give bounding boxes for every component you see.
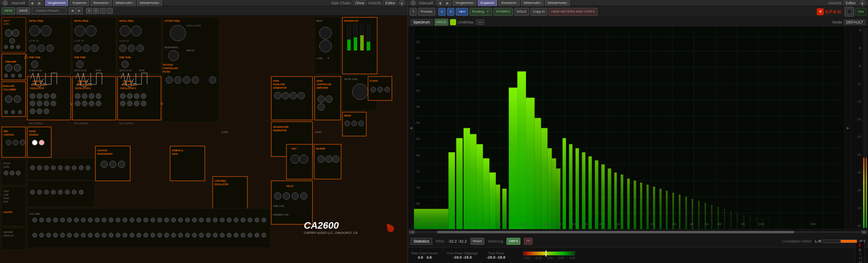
level-meter-r [865,28,868,228]
copy-btn-left[interactable]: Kopieren [70,0,89,7]
svg-text:400: 400 [558,222,564,226]
settings-icon[interactable]: ⚙ [93,8,99,14]
preset-next-btn[interactable]: ▶ [76,7,83,14]
svg-text:-36: -36 [415,73,420,77]
level-meters [862,27,868,229]
svg-point-97 [127,101,132,106]
span-nav-forward[interactable]: ▶ [444,0,451,6]
span-b-btn[interactable]: B [447,8,454,16]
hold-btn[interactable]: HOLD [434,19,448,26]
tp-btn[interactable]: TP [524,238,533,245]
true-peak-clip-group: True Peak Clippings -19.0 -19.0 [447,251,478,260]
svg-text:CA2600: CA2600 [304,220,339,231]
svg-text:-72: -72 [415,170,420,173]
undo-btn-left[interactable]: Widerrufen [113,0,135,7]
view-value-left[interactable]: Editor [383,0,397,6]
scroll-track[interactable] [415,231,861,233]
span-copy-btn[interactable]: Kopieren [478,0,497,7]
scroll-left-arrow[interactable]: ◀ [409,230,415,234]
svg-rect-362 [541,128,548,230]
svg-point-139 [282,92,289,99]
span-help-btn[interactable]: ? [410,8,417,16]
nav-back-btn[interactable]: ◀ [29,0,36,6]
preset-selector[interactable]: <Select Preset> [32,7,66,14]
svg-point-262 [144,218,148,222]
span-redo-btn[interactable]: Wiederholen [545,0,570,7]
statistics-tab[interactable]: Statistics [411,238,432,245]
sidechain-value[interactable]: Ohne [353,0,366,6]
svg-point-300 [171,233,176,237]
svg-text:60: 60 [472,222,476,226]
scroll-right-arrow[interactable]: ▶ [861,230,867,234]
spectrum-tab[interactable]: Spectrum [411,19,433,25]
span-copy-to-btn[interactable]: Copy to [530,8,548,16]
span-undo-btn[interactable]: Widerrufen [521,0,543,7]
svg-point-230 [51,166,56,170]
preset-prev-btn[interactable]: ◀ [69,7,76,14]
span-lock-icon[interactable] [859,0,865,6]
mode-value[interactable]: DEFAULT [844,20,865,25]
svg-point-295 [137,233,141,237]
span-ab-btn[interactable]: A▶B [456,8,468,16]
redo-icon[interactable] [107,8,113,14]
span-presets-btn[interactable]: Presets [418,8,435,16]
svg-point-259 [123,218,127,222]
svg-text:SOURCE: SOURCE [29,133,39,136]
span-a-btn[interactable]: A [438,8,446,16]
span-settings-icon[interactable]: ⚙ [845,7,854,17]
svg-rect-372 [602,164,605,229]
span-compare-btn[interactable]: Vergleichen [453,0,477,7]
corr-fill [841,240,857,243]
save-btn[interactable]: SAVE [16,7,31,14]
redo-btn-left[interactable]: Wiederholen [137,0,162,7]
svg-rect-315 [861,3,863,4]
svg-point-25 [18,110,22,114]
midi-icon[interactable]: M [86,8,92,14]
svg-text:4K: 4K [690,222,694,226]
span-solo-btn[interactable]: SOLO [514,8,529,16]
underlay-value[interactable]: --- [476,20,484,25]
svg-text:200: 200 [519,222,526,226]
svg-point-118 [319,40,332,52]
svg-text:SYNC: SYNC [139,69,145,72]
reset-btn[interactable]: Reset [470,238,485,245]
svg-rect-363 [548,148,552,229]
svg-rect-360 [526,98,535,229]
power-button[interactable] [3,0,8,6]
svg-rect-349 [448,152,455,229]
span-power-button[interactable] [411,0,416,6]
svg-point-33 [46,45,53,52]
svg-point-28 [30,26,40,36]
svg-text:CONTROL: CONTROL [3,133,14,136]
span-nav-back[interactable]: ◀ [437,0,444,6]
svg-point-93 [127,93,132,99]
svg-point-302 [185,233,190,237]
routing-btn[interactable]: Routing ▼ [470,8,492,16]
svg-text:-78: -78 [415,186,420,190]
undo-icon[interactable] [100,8,106,14]
span-out-btn[interactable]: Out [855,8,866,16]
svg-point-253 [81,218,85,222]
svg-point-44 [51,93,56,99]
lock-icon[interactable] [399,0,405,6]
new-btn[interactable]: NEW [2,7,15,14]
span-view-value[interactable]: Editor [844,0,858,6]
svg-point-309 [234,233,238,237]
svg-text:3K: 3K [672,222,677,226]
svg-text:FINE TUNE: FINE TUNE [119,56,131,59]
span-paste-btn[interactable]: Einsetzen [499,0,519,7]
dbfs-btn[interactable]: DBFS [506,238,520,245]
svg-point-133 [352,84,368,100]
svg-text:KYBO CV IN: KYBO CV IN [29,69,42,72]
paste-btn-left[interactable]: Einsetzen [91,0,111,7]
compare-btn-left[interactable]: Vergleichen [45,0,69,7]
scroll-left-btn[interactable]: ◀ [408,27,414,229]
svg-point-6 [12,30,19,37]
span-hide-stats-btn[interactable]: HIDE METERS AND STATS [549,8,597,16]
nav-forward-btn[interactable]: ▶ [36,0,43,6]
svg-text:HOLD: HOLD [172,153,178,155]
scroll-right-btn[interactable]: ▶ [845,27,851,229]
level-meter-l [863,28,865,228]
svg-point-43 [44,93,49,99]
span-stereo-btn[interactable]: STEREO [493,8,513,16]
